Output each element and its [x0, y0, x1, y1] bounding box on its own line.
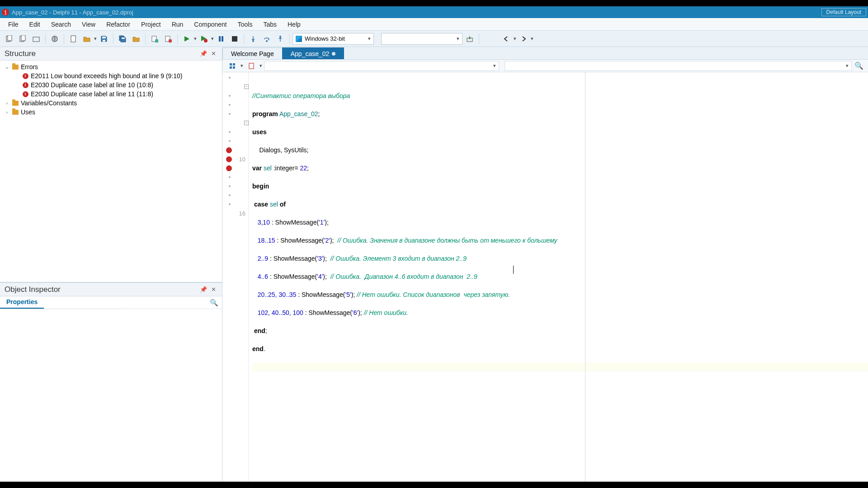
navigator-icon[interactable]	[226, 60, 239, 72]
menu-component[interactable]: Component	[189, 19, 232, 30]
platform-combo[interactable]: Windows 32-bit ▾	[292, 33, 374, 45]
object-inspector-panel: Object Inspector 📌 ✕ Properties 🔍	[0, 282, 222, 482]
windows-icon	[296, 36, 302, 42]
svg-rect-16	[222, 36, 223, 42]
svg-rect-13	[169, 39, 172, 42]
code-editor[interactable]: − − 10 16 //Синтактис оператор	[222, 72, 868, 482]
svg-point-19	[266, 40, 268, 42]
svg-rect-24	[230, 66, 232, 69]
chevron-down-icon[interactable]: ▾	[259, 63, 262, 69]
chevron-down-icon[interactable]: ▾	[194, 36, 197, 42]
tab-welcome[interactable]: Welcome Page	[222, 47, 283, 59]
close-icon[interactable]: ✕	[209, 50, 217, 58]
class-combo[interactable]: ▾	[264, 61, 499, 71]
chevron-down-icon: ▾	[846, 63, 849, 69]
pin-icon[interactable]: 📌	[199, 50, 208, 58]
tab-app-case-02[interactable]: App_case_02	[282, 47, 344, 59]
dirty-indicator-icon	[332, 52, 335, 56]
open-folder-2-icon[interactable]	[130, 33, 142, 45]
pause-icon[interactable]	[215, 33, 227, 45]
error-marker-icon[interactable]	[226, 147, 232, 153]
search-icon[interactable]: 🔍	[854, 61, 864, 71]
code-content[interactable]: //Синтактис оператора выбора program App…	[249, 72, 868, 482]
svg-rect-3	[21, 35, 25, 41]
step-over-icon[interactable]	[260, 33, 273, 45]
stop-icon[interactable]	[228, 33, 241, 45]
globe-icon[interactable]	[48, 33, 61, 45]
error-item[interactable]: E2011 Low bound exceeds high bound at li…	[31, 72, 182, 80]
new-file-icon[interactable]	[67, 33, 80, 45]
new-items-icon[interactable]	[3, 33, 15, 45]
uses-node[interactable]: Uses	[21, 108, 35, 116]
run-no-debug-icon[interactable]	[198, 33, 210, 45]
chevron-down-icon[interactable]: ▾	[514, 36, 516, 42]
folder-icon	[12, 109, 19, 115]
svg-rect-7	[102, 37, 106, 38]
svg-rect-23	[233, 63, 235, 66]
save-all-icon[interactable]	[116, 33, 129, 45]
structure-title: Structure	[5, 49, 198, 58]
chevron-down-icon: ▾	[493, 63, 496, 69]
chevron-down-icon[interactable]: ▾	[531, 36, 533, 42]
separator-icon	[177, 33, 178, 44]
config-combo[interactable]: ▾	[381, 33, 462, 45]
editor-toolbar: ▾ ▾ ▾ ▾ 🔍	[222, 60, 868, 72]
method-combo[interactable]: ▾	[505, 61, 852, 71]
step-out-icon[interactable]	[274, 33, 287, 45]
object-inspector-title: Object Inspector	[5, 285, 198, 294]
menu-tabs[interactable]: Tabs	[258, 19, 282, 30]
chevron-down-icon: ▾	[368, 36, 371, 42]
svg-rect-1	[8, 35, 12, 41]
error-item[interactable]: E2030 Duplicate case label at line 10 (1…	[31, 81, 153, 89]
chevron-down-icon[interactable]: ▾	[241, 63, 243, 69]
open-folder-icon[interactable]	[80, 33, 93, 45]
menu-view[interactable]: View	[76, 19, 101, 30]
svg-point-14	[204, 39, 208, 42]
deploy-icon[interactable]	[463, 33, 476, 45]
close-icon[interactable]: ✕	[209, 286, 217, 294]
separator-icon	[244, 33, 244, 44]
menu-refactor[interactable]: Refactor	[101, 19, 136, 30]
error-item[interactable]: E2030 Duplicate case label at line 11 (1…	[31, 90, 153, 98]
error-marker-icon[interactable]	[226, 156, 232, 162]
menu-file[interactable]: File	[3, 19, 24, 30]
separator-icon	[145, 33, 146, 44]
chevron-down-icon[interactable]: ▾	[94, 36, 97, 42]
gutter[interactable]: − − 10 16	[222, 72, 249, 482]
menu-help[interactable]: Help	[282, 19, 306, 30]
run-icon[interactable]	[180, 33, 193, 45]
menu-project[interactable]: Project	[136, 19, 166, 30]
pin-icon[interactable]: 📌	[199, 286, 208, 294]
menu-search[interactable]: Search	[46, 19, 76, 30]
structure-panel: Structure 📌 ✕ ⌄ Errors ! E2011 Low bound…	[0, 47, 222, 282]
menu-tools[interactable]: Tools	[232, 19, 258, 30]
add-file-icon[interactable]	[148, 33, 161, 45]
save-icon[interactable]	[98, 33, 110, 45]
nav-back-icon[interactable]	[500, 33, 513, 45]
chevron-down-icon[interactable]: ▾	[211, 36, 214, 42]
tree-toggle-icon[interactable]: ›	[4, 100, 10, 106]
tab-label: Welcome Page	[231, 50, 274, 57]
variables-node[interactable]: Variables/Constants	[21, 99, 77, 107]
error-marker-icon[interactable]	[226, 165, 232, 171]
svg-rect-8	[103, 40, 105, 42]
main-toolbar: ▾ ▾ ▾ Windows 32-bit ▾ ▾ ▾ ▾	[0, 31, 868, 47]
menu-edit[interactable]: Edit	[24, 19, 46, 30]
structure-tree[interactable]: ⌄ Errors ! E2011 Low bound exceeds high …	[0, 61, 222, 282]
menu-run[interactable]: Run	[166, 19, 189, 30]
document-tabs: Welcome Page App_case_02	[222, 47, 868, 60]
oi-search[interactable]: 🔍	[123, 296, 222, 309]
errors-node-label[interactable]: Errors	[21, 63, 38, 70]
tree-toggle-icon[interactable]: ›	[4, 109, 10, 115]
file-action-icon[interactable]	[245, 60, 258, 72]
properties-tab[interactable]: Properties	[0, 296, 44, 309]
svg-rect-17	[232, 36, 237, 42]
step-into-icon[interactable]	[247, 33, 259, 45]
layout-button[interactable]: Default Layout	[821, 8, 866, 16]
nav-forward-icon[interactable]	[517, 33, 530, 45]
line-number: 16	[239, 210, 245, 217]
tree-toggle-icon[interactable]: ⌄	[4, 64, 10, 70]
remove-file-icon[interactable]	[162, 33, 175, 45]
open-icon[interactable]	[16, 33, 29, 45]
open-project-icon[interactable]	[30, 33, 42, 45]
